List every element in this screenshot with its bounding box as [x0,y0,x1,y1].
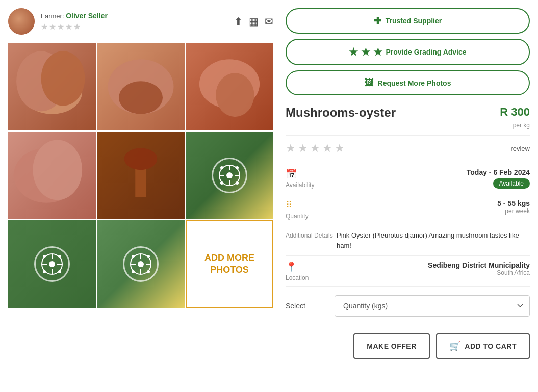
request-photos-button[interactable]: 🖼 Request More Photos [286,70,530,95]
review-stars: ★ ★ ★ ★ ★ [286,142,345,155]
availability-row: 📅 Availability Today - 6 Feb 2024 Availa… [286,163,530,194]
availability-label-cell: 📅 Availability [286,168,337,189]
photos-icon: 🖼 [365,77,374,88]
grading-star-2: ★ [361,46,370,58]
email-button[interactable]: ✉ [265,15,273,28]
svg-point-38 [147,255,150,258]
per-kg-label: per kg [286,122,530,129]
photo-grid: ADD MORE PHOTOS [8,43,273,308]
trusted-supplier-label: Trusted Supplier [386,17,442,25]
location-country: South Africa [337,269,530,276]
review-star-1: ★ [286,142,296,155]
svg-point-17 [220,166,223,169]
left-panel: Farmer: Oliver Seller ★ ★ ★ ★ ★ ⬆ ▦ [8,8,273,359]
photo-cell-4[interactable] [8,132,96,219]
star-2: ★ [49,22,56,32]
svg-point-28 [58,255,61,258]
svg-point-37 [132,255,135,258]
star-5: ★ [73,22,81,32]
review-link[interactable]: review [510,145,530,152]
photo-cell-5[interactable] [97,132,185,219]
star-4: ★ [65,22,72,32]
photo-cell-3[interactable] [186,43,273,130]
avatar [8,8,35,35]
select-label: Select [286,302,326,310]
calendar-icon: 📅 [286,168,337,179]
share-button[interactable]: ⬆ [234,15,243,28]
availability-value: Today - 6 Feb 2024 Available [337,168,530,189]
review-star-5: ★ [335,142,345,155]
svg-point-8 [33,140,82,200]
make-offer-button[interactable]: MAKE OFFER [353,333,430,359]
available-badge: Available [493,178,530,189]
right-panel: ✚ Trusted Supplier ★ ★ ★ Provide Grading… [286,8,530,359]
svg-point-20 [236,181,239,185]
location-row: 📍 Location Sedibeng District Municipalit… [286,256,530,287]
location-label: Location [286,274,337,281]
quantity-row: ⠿ Quantity 5 - 55 kgs per week [286,194,530,225]
info-section: 📅 Availability Today - 6 Feb 2024 Availa… [286,163,530,287]
location-icon: 📍 [286,261,337,272]
farmer-info: Farmer: Oliver Seller ★ ★ ★ ★ ★ [41,12,228,32]
product-name: Mushrooms-oyster [286,106,396,120]
share-icon: ⬆ [234,16,243,27]
request-photos-label: Request More Photos [378,79,451,87]
grading-advice-button[interactable]: ★ ★ ★ Provide Grading Advice [286,39,530,65]
svg-point-6 [216,73,254,117]
svg-point-27 [43,255,46,258]
photo-cell-8[interactable] [97,220,185,308]
grading-advice-label: Provide Grading Advice [386,48,466,56]
svg-point-10 [124,148,158,170]
svg-point-40 [147,270,150,273]
photo-cell-2[interactable] [97,43,185,130]
grading-star-3: ★ [373,46,382,58]
select-row: Select Quantity (kgs) 1 kg 5 kgs 10 kgs … [286,295,530,317]
review-star-2: ★ [298,142,308,155]
add-more-photos-label: ADD MORE PHOTOS [187,252,272,276]
add-to-cart-button[interactable]: 🛒 ADD TO CART [436,333,530,359]
additional-details-row: Additional Details Pink Oyster (Pleurotu… [286,225,530,256]
review-star-4: ★ [322,142,332,155]
location-municipality: Sedibeng District Municipality [337,261,530,269]
quantity-icon: ⠿ [286,199,337,211]
availability-label: Availability [286,181,337,189]
star-1: ★ [41,22,48,32]
quantity-label-cell: ⠿ Quantity [286,199,337,220]
farmer-label: Farmer: Oliver Seller [41,12,228,20]
location-value: Sedibeng District Municipality South Afr… [337,261,530,281]
qr-icon: ▦ [249,16,259,27]
farmer-name-link[interactable]: Oliver Seller [66,12,108,20]
availability-date: Today - 6 Feb 2024 [337,168,530,176]
review-star-3: ★ [310,142,320,155]
add-more-photos-cell[interactable]: ADD MORE PHOTOS [186,220,273,308]
product-header: Mushrooms-oyster R 300 [286,106,530,120]
cart-icon: 🛒 [449,341,461,352]
header-actions: ⬆ ▦ ✉ [234,15,273,28]
svg-point-22 [49,261,55,267]
additional-details-label: Additional Details [286,232,333,239]
review-row: ★ ★ ★ ★ ★ review [286,142,530,155]
quantity-range: 5 - 55 kgs [337,199,530,207]
location-label-cell: 📍 Location [286,261,337,281]
qr-button[interactable]: ▦ [249,15,259,28]
svg-point-30 [58,270,61,273]
svg-point-2 [41,51,85,106]
email-icon: ✉ [265,16,273,27]
photo-cell-7[interactable] [8,220,96,308]
farmer-header: Farmer: Oliver Seller ★ ★ ★ ★ ★ ⬆ ▦ [8,8,273,35]
quantity-select[interactable]: Quantity (kgs) 1 kg 5 kgs 10 kgs 20 kgs … [335,295,530,317]
photo-cell-6[interactable] [186,132,273,219]
quantity-label: Quantity [286,213,337,220]
svg-point-12 [226,172,233,178]
quantity-period: per week [337,207,530,215]
svg-point-19 [220,181,223,185]
additional-details-label-cell: Additional Details [286,230,337,250]
svg-point-32 [138,261,144,267]
plus-icon: ✚ [374,15,381,27]
trusted-supplier-button[interactable]: ✚ Trusted Supplier [286,8,530,34]
action-buttons: ✚ Trusted Supplier ★ ★ ★ Provide Grading… [286,8,530,95]
action-row: MAKE OFFER 🛒 ADD TO CART [286,333,530,359]
photo-cell-1[interactable] [8,43,96,130]
quantity-value: 5 - 55 kgs per week [337,199,530,220]
additional-details-description: Pink Oyster (Pleurotus djamor) Amazing m… [337,230,530,250]
